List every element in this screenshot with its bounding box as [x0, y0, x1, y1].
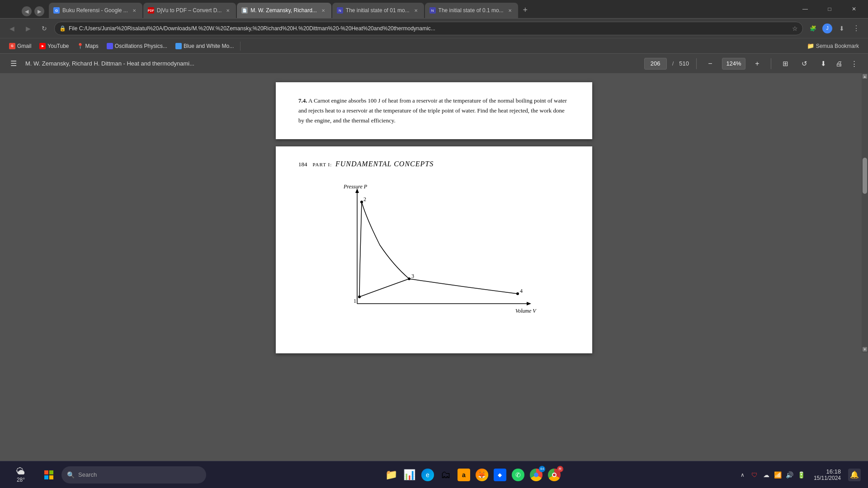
pdf-zoom-in-button[interactable]: + — [751, 57, 764, 70]
taskbar-dropbox-icon[interactable]: ◆ — [492, 467, 508, 483]
forward-window-btn[interactable]: ▶ — [34, 6, 44, 16]
taskbar-chrome-icon[interactable]: 44 — [528, 467, 544, 483]
bookmark-folder[interactable]: 📁 Semua Bookmark — [803, 42, 863, 49]
pdf-menu-button[interactable]: ☰ — [7, 57, 20, 70]
tab-initial-state-1[interactable]: N The initial state of 01 mo... ✕ — [332, 3, 424, 18]
tray-expand-icon[interactable]: ∧ — [738, 470, 748, 480]
tray-shield-icon[interactable]: 🛡 — [750, 470, 760, 480]
taskbar-whatsapp-icon[interactable]: ✆ — [510, 467, 526, 483]
pdf-page-problem: 7.4. A Carnot engine absorbs 100 J of he… — [276, 82, 592, 139]
tab-initial-state-2[interactable]: N The initial state of 0.1 mo... ✕ — [425, 3, 518, 18]
browser-titlebar: ◀ ▶ G Buku Referensi - Google ... ✕ PDF … — [0, 0, 868, 18]
pdf-page-184: 184 PART I: Fundamental Concepts Pressur… — [276, 146, 592, 353]
bookmark-youtube[interactable]: ▶ YouTube — [36, 41, 72, 52]
tab-close-zemansky[interactable]: ✕ — [320, 7, 327, 14]
pdf-scrollbar[interactable]: ▲ ▼ — [862, 73, 868, 352]
pdf-total-pages: 510 — [679, 60, 689, 67]
pdf-zoom-out-button[interactable]: − — [704, 57, 717, 70]
start-button[interactable] — [40, 466, 58, 484]
svg-text:3: 3 — [411, 273, 414, 279]
bookmark-youtube-label: YouTube — [47, 43, 69, 49]
pdf-page-separator: / — [672, 60, 674, 67]
maximize-button[interactable]: □ — [819, 2, 840, 16]
tab-djvu[interactable]: PDF DjVu to PDF – Convert D... ✕ — [143, 3, 236, 18]
tab-buku-referensi[interactable]: G Buku Referensi - Google ... ✕ — [49, 3, 142, 18]
address-text: File C:/Users/Juniar%20Risalatul%20A/Dow… — [69, 25, 788, 32]
tab-title-initial-state-2: The initial state of 0.1 mo... — [439, 7, 504, 14]
tab-close-initial-state-1[interactable]: ✕ — [412, 7, 420, 14]
svg-point-10 — [408, 277, 410, 280]
tray-battery-icon[interactable]: 🔋 — [797, 470, 807, 480]
bookmark-blue-white[interactable]: Blue and White Mo... — [172, 41, 237, 52]
taskbar-search-bar[interactable]: 🔍 Search — [61, 466, 206, 483]
taskbar-folder-icon[interactable]: 🗂 — [438, 467, 454, 483]
svg-text:Volume V: Volume V — [515, 308, 537, 314]
back-window-btn[interactable]: ◀ — [22, 6, 32, 16]
clock-time: 16:18 — [814, 468, 841, 475]
svg-rect-16 — [44, 475, 48, 479]
pdf-more-button[interactable]: ⋮ — [847, 57, 861, 70]
svg-text:2: 2 — [363, 196, 366, 202]
taskbar-amazon-icon[interactable]: a — [456, 467, 472, 483]
pdf-print-button[interactable]: 🖨 — [832, 57, 845, 70]
clock-date: 15/11/2024 — [814, 475, 841, 481]
taskbar-app-1-icon[interactable]: 📊 — [401, 467, 418, 483]
extensions-button[interactable]: 🧩 — [807, 22, 819, 35]
pdf-fit-button[interactable]: ⊞ — [778, 57, 792, 70]
bookmark-separator — [240, 42, 241, 51]
svg-rect-14 — [44, 470, 48, 474]
taskbar-center-icons: 📁 📊 e 🗂 a 🦊 ◆ ✆ — [210, 467, 736, 483]
pdf-zoom-input[interactable] — [722, 58, 745, 70]
taskbar-file-explorer-icon[interactable]: 📁 — [383, 467, 400, 483]
tab-title-buku-referensi: Buku Referensi - Google ... — [62, 7, 128, 14]
address-bar[interactable]: 🔒 File C:/Users/Juniar%20Risalatul%20A/D… — [54, 22, 803, 35]
taskbar-weather[interactable]: 🌥 28° — [7, 466, 34, 483]
reload-button[interactable]: ↻ — [38, 22, 51, 35]
svg-point-6 — [358, 296, 361, 298]
bookmark-gmail[interactable]: G Gmail — [5, 41, 35, 52]
pdf-page-input[interactable] — [644, 58, 667, 70]
back-button[interactable]: ◀ — [5, 22, 18, 35]
pdf-document-title: M. W. Zemansky, Richard H. Dittman - Hea… — [25, 60, 639, 67]
nav-bar: ◀ ▶ ↻ 🔒 File C:/Users/Juniar%20Risalatul… — [0, 18, 868, 38]
weather-icon: 🌥 — [16, 466, 25, 477]
bookmark-star-icon[interactable]: ☆ — [792, 25, 798, 32]
svg-text:4: 4 — [520, 288, 523, 294]
pdf-right-icons: ⬇ 🖨 ⋮ — [816, 57, 861, 70]
taskbar-chrome-red-icon[interactable]: R — [546, 467, 562, 483]
tab-bar: ◀ ▶ G Buku Referensi - Google ... ✕ PDF … — [4, 0, 793, 18]
close-button[interactable]: ✕ — [844, 2, 864, 16]
forward-button[interactable]: ▶ — [22, 22, 34, 35]
svg-point-8 — [360, 201, 363, 203]
taskbar-clock[interactable]: 16:18 15/11/2024 — [810, 466, 844, 483]
menu-button[interactable]: ⋮ — [850, 22, 863, 35]
svg-text:1: 1 — [354, 298, 356, 304]
tray-volume-icon[interactable]: 🔊 — [785, 470, 795, 480]
page-header: 184 PART I: Fundamental Concepts — [298, 160, 570, 168]
minimize-button[interactable]: — — [795, 2, 816, 16]
pdf-download-button[interactable]: ⬇ — [816, 57, 830, 70]
taskbar: 🌥 28° 🔍 Search 📁 📊 e 🗂 — [0, 461, 868, 488]
chapter-title: Fundamental Concepts — [335, 160, 434, 168]
bookmark-maps[interactable]: 📍 Maps — [74, 41, 102, 52]
new-tab-button[interactable]: + — [519, 4, 532, 16]
tray-wifi-icon[interactable]: 📶 — [773, 470, 783, 480]
tab-close-buku-referensi[interactable]: ✕ — [131, 7, 138, 14]
tab-zemansky-active[interactable]: 📄 M. W. Zemansky, Richard... ✕ — [237, 3, 331, 18]
carnot-diagram: Pressure P Volume V — [298, 177, 570, 340]
pdf-rotate-button[interactable]: ↺ — [797, 57, 811, 70]
taskbar-sys-icons: ∧ 🛡 ☁ 📶 🔊 🔋 — [738, 470, 807, 480]
problem-74-text: 7.4. A Carnot engine absorbs 100 J of he… — [298, 96, 570, 126]
tab-title-initial-state-1: The initial state of 01 mo... — [346, 7, 410, 14]
notification-bell-icon[interactable]: 🔔 — [848, 469, 861, 481]
profile-button[interactable]: J — [821, 22, 834, 35]
taskbar-edge-icon[interactable]: e — [420, 467, 436, 483]
download-button[interactable]: ⬇ — [835, 22, 848, 35]
tab-close-initial-state-2[interactable]: ✕ — [506, 7, 514, 14]
bookmark-oscillations[interactable]: Oscillations Physics... — [103, 41, 171, 52]
tray-cloud-icon[interactable]: ☁ — [761, 470, 771, 480]
scrollbar-thumb[interactable] — [863, 158, 867, 194]
taskbar-firefox-icon[interactable]: 🦊 — [474, 467, 490, 483]
tab-close-djvu[interactable]: ✕ — [224, 7, 231, 14]
windows-logo-icon — [44, 470, 54, 480]
